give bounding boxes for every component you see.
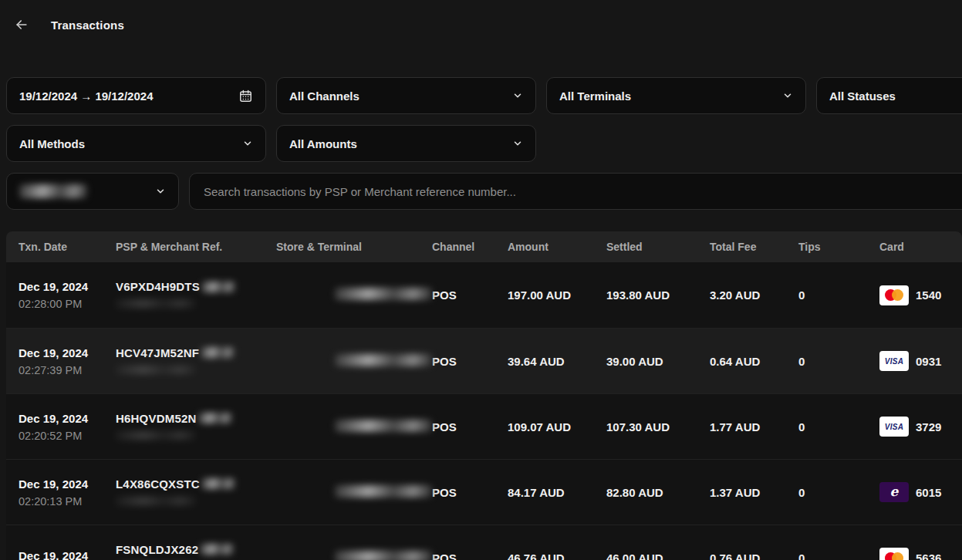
redacted-psp-ref-tail (201, 478, 235, 489)
card-scheme-icon (879, 285, 909, 305)
txn-date-cell: Dec 19, 2024 02:28:00 PM (19, 280, 116, 310)
back-button[interactable] (14, 17, 29, 32)
card-cell: e 6015 (879, 482, 962, 502)
total-fee-cell: 1.37 AUD (710, 486, 798, 499)
settled-cell: 82.80 AUD (606, 486, 710, 499)
table-row[interactable]: Dec 19, 2024 02:20:13 PM L4X86CQXSTC POS… (6, 459, 962, 525)
settled-cell: 46.00 AUD (606, 552, 710, 560)
channels-filter-value: All Channels (289, 89, 359, 103)
txn-date-cell: Dec 19, 2024 02:20:52 PM (19, 412, 116, 442)
card-scheme-icon: VISA (879, 351, 909, 371)
card-cell: VISA 3729 (879, 417, 962, 437)
table-row[interactable]: Dec 19, 2024 02:20:52 PM H6HQVDM52N POS … (6, 393, 962, 459)
chevron-down-icon (782, 90, 793, 101)
redacted-store-terminal (335, 354, 432, 366)
table-body: Dec 19, 2024 02:28:00 PM V6PXD4H9DTS POS… (6, 262, 962, 560)
amount-cell: 84.17 AUD (508, 486, 606, 499)
card-last4: 5636 (916, 552, 941, 560)
col-header-settled: Settled (606, 241, 710, 253)
redacted-store-terminal (335, 420, 432, 432)
psp-merchant-ref-cell: H6HQVDM52N (116, 412, 276, 442)
col-header-txn-date: Txn. Date (19, 241, 116, 253)
psp-merchant-ref-cell: V6PXD4H9DTS (116, 280, 276, 310)
table-row[interactable]: Dec 19, 2024 02:27:39 PM HCV47JM52NF POS… (6, 328, 962, 393)
psp-merchant-ref-cell: FSNQLDJX262 (116, 543, 276, 560)
chevron-down-icon (155, 186, 166, 197)
redacted-merchant-ref (116, 366, 196, 374)
redacted-merchant-ref (116, 497, 196, 505)
col-header-total-fee: Total Fee (710, 241, 798, 253)
total-fee-cell: 3.20 AUD (710, 288, 798, 302)
card-cell: VISA 0931 (879, 351, 962, 371)
methods-filter-value: All Methods (19, 137, 85, 150)
terminals-filter-value: All Terminals (559, 89, 631, 103)
card-last4: 1540 (916, 288, 941, 302)
channel-cell: POS (432, 486, 508, 499)
channel-cell: POS (432, 420, 508, 433)
amounts-filter-value: All Amounts (289, 137, 357, 150)
methods-filter[interactable]: All Methods (6, 125, 266, 162)
channels-filter[interactable]: All Channels (276, 77, 536, 114)
amount-cell: 109.07 AUD (508, 420, 606, 433)
statuses-filter-value: All Statuses (829, 89, 896, 103)
col-header-card: Card (879, 241, 962, 253)
settled-cell: 39.00 AUD (606, 355, 710, 368)
redacted-store-terminal (335, 485, 432, 498)
store-terminal-cell (276, 551, 432, 560)
date-range-picker[interactable]: 19/12/2024 → 19/12/2024 (6, 77, 266, 114)
card-last4: 3729 (916, 420, 941, 433)
txn-date: Dec 19, 2024 (19, 280, 116, 293)
psp-ref: L4X86CQXSTC (116, 477, 200, 491)
col-header-tips: Tips (798, 241, 879, 253)
redacted-psp-ref-tail (201, 282, 235, 292)
tips-cell: 0 (798, 552, 879, 560)
card-cell: 1540 (879, 285, 962, 305)
table-row[interactable]: Dec 19, 2024 FSNQLDJX262 POS 46.76 AUD 4… (6, 525, 962, 560)
store-terminal-cell (276, 288, 432, 302)
channel-cell: POS (432, 288, 508, 302)
store-terminal-cell (276, 485, 432, 500)
txn-date: Dec 19, 2024 (19, 477, 116, 491)
terminals-filter[interactable]: All Terminals (546, 77, 806, 114)
card-scheme-icon: e (879, 482, 909, 502)
txn-date: Dec 19, 2024 (19, 346, 116, 359)
txn-date: Dec 19, 2024 (19, 549, 116, 560)
psp-ref: H6HQVDM52N (116, 412, 197, 425)
col-header-amount: Amount (508, 241, 606, 253)
redacted-store-terminal (335, 551, 432, 560)
total-fee-cell: 1.77 AUD (710, 420, 798, 433)
total-fee-cell: 0.76 AUD (710, 552, 798, 560)
settled-cell: 107.30 AUD (606, 420, 710, 433)
statuses-filter[interactable]: All Statuses (816, 77, 962, 114)
redacted-merchant-ref (116, 299, 196, 308)
channel-cell: POS (432, 355, 508, 368)
card-scheme-icon: VISA (879, 417, 909, 437)
txn-time: 02:20:13 PM (19, 495, 116, 508)
txn-date: Dec 19, 2024 (19, 412, 116, 425)
search-container (189, 173, 962, 210)
store-terminal-cell (276, 354, 432, 369)
psp-ref: HCV47JM52NF (116, 346, 199, 359)
chevron-down-icon (512, 138, 523, 149)
table-row[interactable]: Dec 19, 2024 02:28:00 PM V6PXD4H9DTS POS… (6, 262, 962, 328)
psp-ref: V6PXD4H9DTS (116, 280, 200, 293)
redacted-store-terminal (335, 288, 432, 300)
search-input[interactable] (202, 184, 962, 199)
store-terminal-cell (276, 420, 432, 434)
tips-cell: 0 (798, 420, 879, 433)
card-last4: 0931 (916, 355, 941, 368)
txn-date-cell: Dec 19, 2024 02:20:13 PM (19, 477, 116, 508)
txn-date-cell: Dec 19, 2024 02:27:39 PM (19, 346, 116, 376)
transactions-page: Transactions 19/12/2024 → 19/12/2024 All… (0, 0, 962, 560)
amounts-filter[interactable]: All Amounts (276, 125, 536, 162)
calendar-icon (238, 89, 253, 103)
tips-cell: 0 (798, 355, 879, 368)
date-range-value: 19/12/2024 → 19/12/2024 (19, 89, 153, 103)
amount-cell: 39.64 AUD (508, 355, 606, 368)
redacted-psp-ref-tail (201, 347, 235, 358)
merchant-selector[interactable] (6, 173, 179, 210)
txn-time: 02:28:00 PM (19, 298, 116, 310)
redacted-psp-ref-tail (198, 413, 232, 423)
psp-ref: FSNQLDJX262 (116, 543, 198, 556)
card-scheme-icon (879, 548, 909, 560)
